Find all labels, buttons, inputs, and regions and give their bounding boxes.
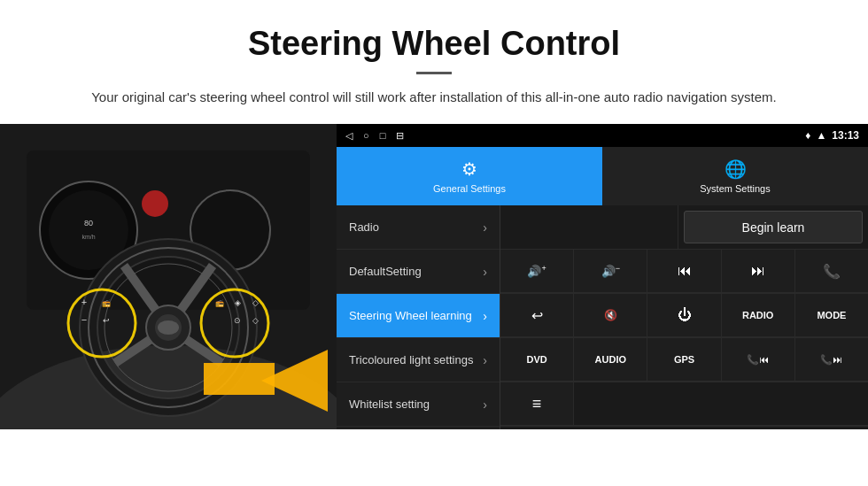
control-row-3: DVD AUDIO GPS 📞⏮ 📞⏭ <box>500 338 868 382</box>
tab-general[interactable]: ⚙ General Settings <box>337 147 602 205</box>
phone-icon: 📞 <box>823 263 841 280</box>
phone-prev-icon: 📞⏮ <box>747 354 769 366</box>
tab-system[interactable]: 🌐 System Settings <box>602 147 868 205</box>
chevron-right-icon: › <box>483 353 487 367</box>
menu-radio-label: Radio <box>349 220 379 234</box>
svg-text:↩: ↩ <box>103 316 110 325</box>
begin-learn-row: Begin learn <box>500 205 868 250</box>
signal-icon: ▲ <box>816 129 826 142</box>
settings-content: Radio › DefaultSetting › Steering Wheel … <box>337 205 868 429</box>
control-row-1: 🔊+ 🔊− ⏮ ⏭ 📞 <box>500 250 868 294</box>
menu-item-radio[interactable]: Radio › <box>337 205 500 250</box>
general-settings-icon: ⚙ <box>461 158 477 180</box>
power-button[interactable]: ⏻ <box>647 294 721 337</box>
volume-up-icon: 🔊+ <box>527 264 546 278</box>
phone-prev-button[interactable]: 📞⏮ <box>722 338 795 382</box>
android-ui: ◁ ○ □ ⊟ ♦ ▲ 13:13 ⚙ General Settings <box>337 124 868 429</box>
svg-point-7 <box>142 190 168 217</box>
status-bar-nav: ◁ ○ □ ⊟ <box>345 130 404 142</box>
chevron-right-icon: › <box>483 397 487 412</box>
status-bar: ◁ ○ □ ⊟ ♦ ▲ 13:13 <box>337 124 868 147</box>
svg-text:km/h: km/h <box>81 234 95 240</box>
volume-down-icon: 🔊− <box>601 264 620 278</box>
control-row-4: ≡ <box>500 382 868 427</box>
recent-nav-icon[interactable]: □ <box>380 130 386 141</box>
phone-next-button[interactable]: 📞⏭ <box>795 338 868 382</box>
volume-down-button[interactable]: 🔊− <box>574 250 647 293</box>
next-track-button[interactable]: ⏭ <box>722 250 795 293</box>
page-title: Steering Wheel Control <box>53 25 815 63</box>
audio-label: AUDIO <box>595 354 626 365</box>
svg-text:−: − <box>81 314 87 325</box>
empty-space <box>574 382 868 426</box>
chevron-right-icon: › <box>483 265 487 279</box>
svg-point-19 <box>158 320 179 335</box>
back-nav-icon[interactable]: ◁ <box>345 130 353 142</box>
svg-text:80: 80 <box>84 219 93 228</box>
menu-item-default[interactable]: DefaultSetting › <box>337 250 500 294</box>
tab-system-label: System Settings <box>700 183 770 194</box>
gps-label: GPS <box>674 354 694 365</box>
mute-button[interactable]: 🔇 <box>574 294 647 337</box>
phone-button[interactable]: 📞 <box>795 250 868 293</box>
menu-icon: ≡ <box>532 395 542 413</box>
header-subtitle: Your original car's steering wheel contr… <box>53 87 815 108</box>
begin-learn-button[interactable]: Begin learn <box>684 211 863 243</box>
header-divider <box>416 72 452 74</box>
location-icon: ♦ <box>805 129 810 142</box>
main-content: 80 km/h <box>0 124 868 429</box>
svg-text:+: + <box>81 297 87 307</box>
phone-next-icon: 📞⏭ <box>820 354 842 366</box>
dvd-label: DVD <box>526 354 546 365</box>
mute-icon: 🔇 <box>604 309 617 321</box>
status-time: 13:13 <box>832 129 859 142</box>
radio-button[interactable]: RADIO <box>722 294 795 337</box>
mode-button[interactable]: MODE <box>795 294 868 337</box>
menu-whitelist-label: Whitelist setting <box>349 397 430 411</box>
system-settings-icon: 🌐 <box>725 158 747 180</box>
svg-text:◈: ◈ <box>235 298 241 307</box>
header-section: Steering Wheel Control Your original car… <box>0 0 868 124</box>
nav-tabs: ⚙ General Settings 🌐 System Settings <box>337 147 868 205</box>
svg-rect-32 <box>204 363 275 395</box>
volume-up-button[interactable]: 🔊+ <box>500 250 574 293</box>
menu-item-tricoloured[interactable]: Tricoloured light settings › <box>337 338 500 382</box>
menu-item-steering[interactable]: Steering Wheel learning › <box>337 294 500 338</box>
car-image-section: 80 km/h <box>0 124 337 429</box>
screenshot-nav-icon[interactable]: ⊟ <box>396 130 404 142</box>
home-nav-icon[interactable]: ○ <box>363 130 369 141</box>
radio-label: RADIO <box>742 310 773 320</box>
empty-cell <box>500 205 678 249</box>
chevron-right-icon: › <box>483 220 487 235</box>
svg-text:◇: ◇ <box>252 298 259 307</box>
control-row-2: ↩ 🔇 ⏻ RADIO MODE <box>500 294 868 338</box>
status-bar-info: ♦ ▲ 13:13 <box>805 129 859 142</box>
chevron-right-icon: › <box>483 309 487 323</box>
prev-track-button[interactable]: ⏮ <box>647 250 721 293</box>
power-icon: ⏻ <box>678 307 692 323</box>
dvd-button[interactable]: DVD <box>500 338 574 382</box>
svg-text:◇: ◇ <box>252 316 259 325</box>
svg-text:⊙: ⊙ <box>234 316 241 325</box>
right-panel: Begin learn 🔊+ 🔊− ⏮ <box>500 205 868 429</box>
page-container: Steering Wheel Control Your original car… <box>0 0 868 429</box>
menu-button[interactable]: ≡ <box>500 382 574 426</box>
svg-text:📻: 📻 <box>102 298 111 307</box>
left-menu: Radio › DefaultSetting › Steering Wheel … <box>337 205 500 429</box>
prev-track-icon: ⏮ <box>678 263 692 279</box>
next-track-icon: ⏭ <box>751 263 765 279</box>
audio-button[interactable]: AUDIO <box>574 338 647 382</box>
mode-label: MODE <box>817 310 846 320</box>
tab-general-label: General Settings <box>433 183 506 194</box>
menu-default-label: DefaultSetting <box>349 265 422 278</box>
menu-tricoloured-label: Tricoloured light settings <box>349 353 473 366</box>
back-button[interactable]: ↩ <box>500 294 574 337</box>
menu-steering-label: Steering Wheel learning <box>349 309 472 322</box>
menu-item-whitelist[interactable]: Whitelist setting › <box>337 382 500 427</box>
back-icon: ↩ <box>531 307 543 324</box>
svg-text:📻: 📻 <box>215 298 224 307</box>
gps-button[interactable]: GPS <box>647 338 721 382</box>
